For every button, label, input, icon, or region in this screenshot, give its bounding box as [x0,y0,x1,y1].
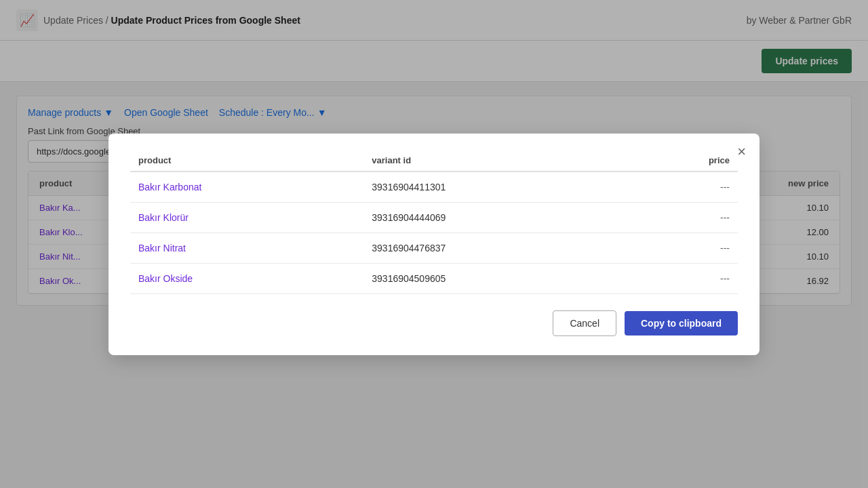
modal-cell-variant-id: 39316904509605 [363,263,628,293]
modal-cell-product: Bakır Karbonat [130,171,363,203]
modal-footer: Cancel Copy to clipboard [130,310,738,336]
copy-to-clipboard-button[interactable]: Copy to clipboard [625,311,738,336]
modal-table: product variant id price Bakır Karbonat … [130,150,738,294]
modal-cell-price: --- [628,171,738,203]
modal-table-row: Bakır Nitrat 39316904476837 --- [130,232,738,263]
modal-dialog: × product variant id price Bakır Karbona… [108,134,760,355]
modal-col-variant-id: variant id [363,150,628,171]
modal-cell-variant-id: 39316904476837 [363,232,628,263]
modal-cell-price: --- [628,232,738,263]
modal-col-product: product [130,150,363,171]
modal-cell-price: --- [628,202,738,232]
modal-table-row: Bakır Karbonat 39316904411301 --- [130,171,738,203]
modal-cell-product: Bakır Klorür [130,202,363,232]
modal-header-row: product variant id price [130,150,738,171]
modal-overlay: × product variant id price Bakır Karbona… [0,0,868,488]
modal-table-row: Bakır Klorür 39316904444069 --- [130,202,738,232]
cancel-button[interactable]: Cancel [553,310,616,336]
modal-cell-product: Bakır Okside [130,263,363,293]
modal-col-price: price [628,150,738,171]
modal-cell-product: Bakır Nitrat [130,232,363,263]
modal-cell-variant-id: 39316904444069 [363,202,628,232]
modal-close-button[interactable]: × [737,144,746,159]
modal-cell-variant-id: 39316904411301 [363,171,628,203]
modal-cell-price: --- [628,263,738,293]
modal-table-row: Bakır Okside 39316904509605 --- [130,263,738,293]
